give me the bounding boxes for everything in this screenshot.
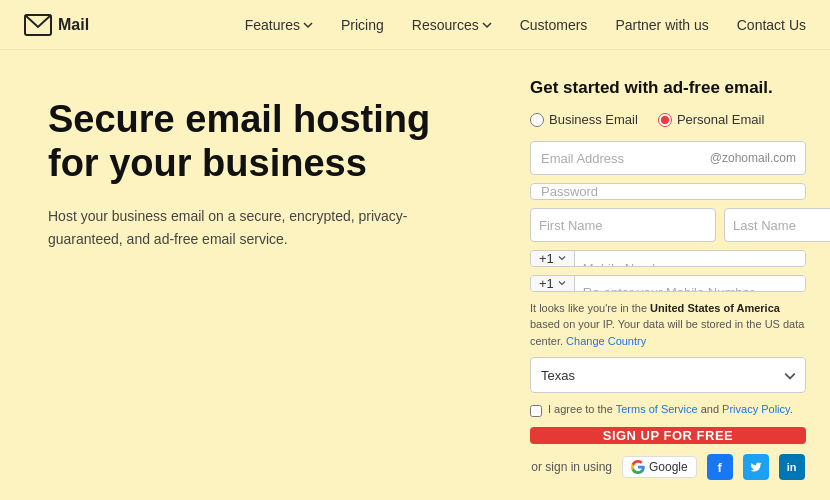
- logo-icon: [24, 14, 52, 36]
- terms-checkbox-row: I agree to the Terms of Service and Priv…: [530, 403, 806, 417]
- hero-subtitle: Host your business email on a secure, en…: [48, 205, 428, 250]
- chevron-down-icon: [303, 20, 313, 30]
- main-content: Secure email hostingfor your business Ho…: [0, 50, 830, 500]
- phone-code-value-2: +1: [539, 276, 554, 291]
- password-input[interactable]: [530, 183, 806, 200]
- or-signin-text: or sign in using: [531, 460, 612, 474]
- linkedin-signin-button[interactable]: in: [779, 454, 805, 480]
- business-email-radio[interactable]: Business Email: [530, 112, 638, 127]
- email-type-radio-group: Business Email Personal Email: [530, 112, 806, 127]
- nav-features[interactable]: Features: [245, 17, 313, 33]
- facebook-signin-button[interactable]: f: [707, 454, 733, 480]
- hero-title: Secure email hostingfor your business: [48, 98, 470, 185]
- nav-customers[interactable]: Customers: [520, 16, 588, 34]
- signup-button[interactable]: SIGN UP FOR FREE: [530, 427, 806, 444]
- chevron-down-icon: [482, 20, 492, 30]
- nav-contact[interactable]: Contact Us: [737, 16, 806, 34]
- twitter-icon: [750, 461, 762, 473]
- mobile-row: +1: [530, 250, 806, 267]
- nav-links: Features Pricing Resources Customers Par…: [245, 16, 806, 34]
- terms-checkbox[interactable]: [530, 405, 542, 417]
- google-label: Google: [649, 460, 688, 474]
- navbar: Mail Features Pricing Resources Customer…: [0, 0, 830, 50]
- phone-code-selector-2[interactable]: +1: [531, 276, 575, 291]
- phone-code-value: +1: [539, 251, 554, 266]
- form-title: Get started with ad-free email.: [530, 78, 806, 98]
- mobile-input[interactable]: [575, 251, 805, 267]
- twitter-signin-button[interactable]: [743, 454, 769, 480]
- signup-form: Get started with ad-free email. Business…: [510, 50, 830, 500]
- last-name-input[interactable]: [724, 208, 830, 242]
- hero-section: Secure email hostingfor your business Ho…: [0, 50, 510, 500]
- change-country-link[interactable]: Change Country: [566, 335, 646, 347]
- email-suffix: @zohomail.com: [710, 151, 796, 165]
- location-info: It looks like you're in the United State…: [530, 300, 806, 350]
- remobile-row: +1: [530, 275, 806, 292]
- email-field-wrapper: @zohomail.com: [530, 141, 806, 175]
- chevron-down-icon: [558, 254, 566, 262]
- nav-pricing[interactable]: Pricing: [341, 16, 384, 34]
- phone-code-selector[interactable]: +1: [531, 251, 575, 266]
- chevron-down-icon: [558, 279, 566, 287]
- remobile-input[interactable]: [575, 276, 805, 292]
- name-row: [530, 208, 806, 242]
- nav-partner[interactable]: Partner with us: [615, 16, 708, 34]
- social-signin-row: or sign in using Google f in: [530, 454, 806, 480]
- personal-email-radio[interactable]: Personal Email: [658, 112, 764, 127]
- google-icon: [631, 460, 645, 474]
- first-name-input[interactable]: [530, 208, 716, 242]
- terms-link[interactable]: Terms of Service: [616, 403, 698, 415]
- privacy-link[interactable]: Privacy Policy: [722, 403, 790, 415]
- logo-text: Mail: [58, 16, 89, 34]
- google-signin-button[interactable]: Google: [622, 456, 697, 478]
- nav-resources[interactable]: Resources: [412, 17, 492, 33]
- state-select-wrapper: Texas California New York Florida: [530, 357, 806, 393]
- state-select[interactable]: Texas California New York Florida: [530, 357, 806, 393]
- logo[interactable]: Mail: [24, 14, 89, 36]
